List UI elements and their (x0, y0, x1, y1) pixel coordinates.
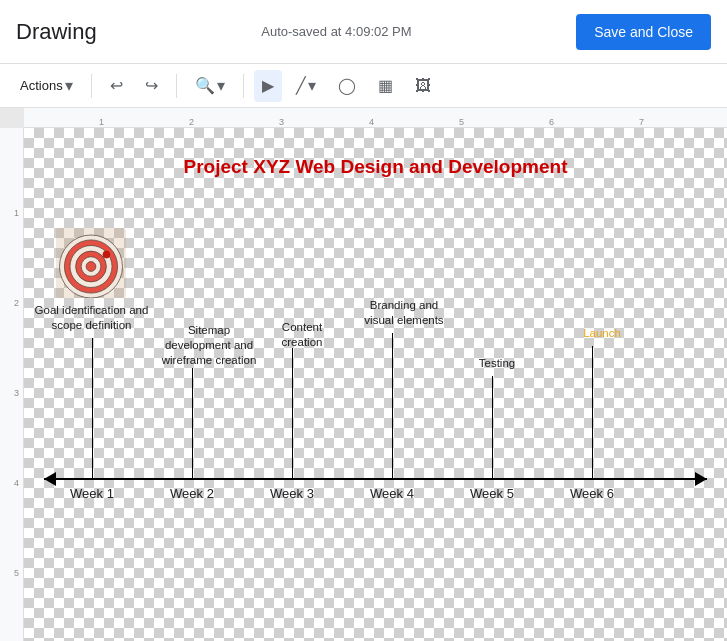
line-tool-button[interactable]: ╱ ▾ (288, 70, 324, 102)
week-label-2: Week 2 (170, 486, 214, 501)
chevron-down-icon: ▾ (65, 76, 73, 95)
svg-rect-7 (56, 228, 126, 298)
actions-label: Actions (20, 78, 63, 93)
event-label-5: Testing (462, 356, 532, 371)
ruler-mark-7: 7 (639, 117, 644, 127)
ruler-mark-4: 4 (369, 117, 374, 127)
drawing-canvas[interactable]: Project XYZ Web Design and Development (24, 128, 727, 641)
event-label-1: Goal identification andscope definition (34, 303, 149, 333)
toolbar-divider-1 (91, 74, 92, 98)
actions-menu-button[interactable]: Actions ▾ (12, 70, 81, 102)
zoom-icon: 🔍 (195, 76, 215, 95)
ruler-left-4: 4 (14, 478, 19, 488)
timeline-arrow (44, 478, 707, 480)
ruler-left-2: 2 (14, 298, 19, 308)
save-and-close-button[interactable]: Save and Close (576, 14, 711, 50)
ruler-top: 1 2 3 4 5 6 7 (24, 108, 727, 128)
event-line-1 (92, 338, 93, 478)
event-line-2 (192, 368, 193, 478)
drawing-content: Project XYZ Web Design and Development (24, 128, 727, 641)
redo-icon: ↪ (145, 76, 158, 95)
week-label-5: Week 5 (470, 486, 514, 501)
week-label-1: Week 1 (70, 486, 114, 501)
toolbar-divider-2 (176, 74, 177, 98)
canvas-wrapper: 1 2 3 4 5 6 7 1 2 3 4 5 Project XYZ Web … (0, 108, 727, 641)
toolbar-divider-3 (243, 74, 244, 98)
table-tool-button[interactable]: ▦ (370, 70, 401, 102)
week-label-6: Week 6 (570, 486, 614, 501)
redo-button[interactable]: ↪ (137, 70, 166, 102)
zoom-chevron-icon: ▾ (217, 76, 225, 95)
event-line-4 (392, 333, 393, 478)
ruler-left: 1 2 3 4 5 (0, 128, 24, 641)
drawing-title: Project XYZ Web Design and Development (24, 156, 727, 178)
image-tool-button[interactable]: 🖼 (407, 70, 439, 102)
shape-tool-button[interactable]: ◯ (330, 70, 364, 102)
ruler-mark-2: 2 (189, 117, 194, 127)
event-label-2: Sitemapdevelopment andwireframe creation (154, 323, 264, 368)
event-line-5 (492, 376, 493, 478)
event-label-6: Launch (572, 326, 632, 341)
week-label-4: Week 4 (370, 486, 414, 501)
app-title: Drawing (16, 19, 97, 45)
week-label-3: Week 3 (270, 486, 314, 501)
select-cursor-icon: ▶ (262, 76, 274, 95)
ruler-mark-6: 6 (549, 117, 554, 127)
line-chevron-icon: ▾ (308, 76, 316, 95)
undo-button[interactable]: ↩ (102, 70, 131, 102)
shape-icon: ◯ (338, 76, 356, 95)
ruler-mark-3: 3 (279, 117, 284, 127)
table-icon: ▦ (378, 76, 393, 95)
image-icon: 🖼 (415, 77, 431, 95)
ruler-left-3: 3 (14, 388, 19, 398)
ruler-left-1: 1 (14, 208, 19, 218)
select-tool-button[interactable]: ▶ (254, 70, 282, 102)
autosave-status: Auto-saved at 4:09:02 PM (97, 24, 576, 39)
line-tool-icon: ╱ (296, 76, 306, 95)
event-line-6 (592, 346, 593, 478)
undo-icon: ↩ (110, 76, 123, 95)
event-line-3 (292, 348, 293, 478)
ruler-mark-1: 1 (99, 117, 104, 127)
zoom-button[interactable]: 🔍 ▾ (187, 70, 233, 102)
ruler-left-5: 5 (14, 568, 19, 578)
ruler-mark-5: 5 (459, 117, 464, 127)
target-image (56, 228, 126, 298)
event-label-4: Branding andvisual elements (354, 298, 454, 328)
event-label-3: Contentcreation (262, 320, 342, 350)
